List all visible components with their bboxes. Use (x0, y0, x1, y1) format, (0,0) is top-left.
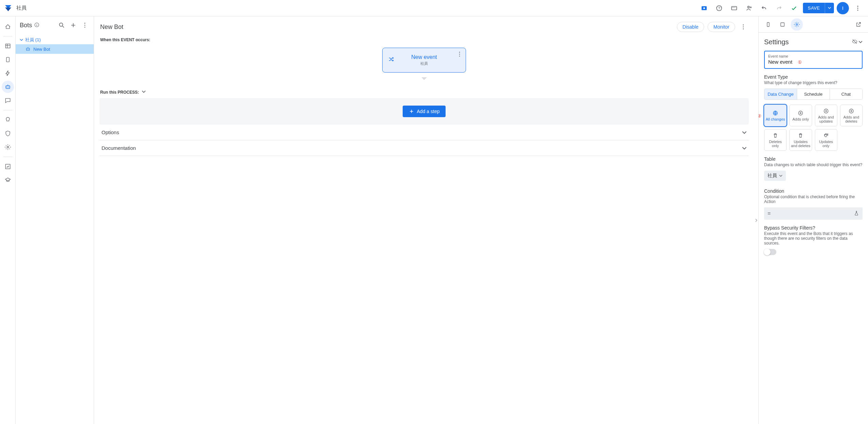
monitor-button[interactable]: Monitor (708, 22, 735, 32)
rail-data-icon[interactable] (2, 40, 14, 52)
seg-data-change[interactable]: Data Change (764, 89, 797, 99)
change-updates-only[interactable]: Updates only (815, 129, 837, 151)
event-card[interactable]: New event 社員 (382, 48, 466, 73)
svg-rect-35 (767, 22, 769, 27)
svg-point-31 (743, 29, 744, 30)
svg-point-30 (743, 27, 744, 28)
event-type-heading: Event Type (764, 74, 863, 80)
table-heading: Table (764, 156, 863, 162)
condition-input[interactable]: = (764, 207, 863, 220)
preview-icon[interactable] (698, 2, 710, 14)
chevron-down-icon (742, 146, 747, 151)
rail-views-icon[interactable] (2, 53, 14, 66)
svg-point-9 (857, 5, 858, 6)
tree-group-label: 社員 (1) (25, 37, 41, 43)
save-button[interactable]: SAVE (803, 3, 825, 13)
table-desc: Data changes to which table should trigg… (764, 162, 863, 167)
search-icon[interactable] (57, 20, 66, 30)
svg-point-34 (459, 56, 460, 57)
change-all-changes[interactable]: All changes (764, 105, 787, 126)
tree-item-label: New Bot (33, 47, 50, 52)
sidebar-more-icon[interactable] (80, 20, 90, 30)
svg-point-23 (84, 23, 86, 24)
change-opt-label: Updates and deletes (790, 140, 811, 148)
svg-point-25 (84, 27, 86, 28)
flask-icon[interactable] (854, 210, 859, 217)
save-button-group: SAVE (803, 3, 834, 13)
chevron-down-icon (742, 130, 747, 135)
add-user-icon[interactable] (743, 2, 755, 14)
add-step-button[interactable]: Add a step (403, 106, 446, 117)
rail-learn-icon[interactable] (2, 174, 14, 186)
svg-point-28 (28, 49, 29, 50)
rail-intelligence-icon[interactable] (2, 114, 14, 126)
preview-phone-icon[interactable] (762, 18, 774, 31)
visibility-off-icon[interactable] (852, 38, 858, 46)
tree-item-new-bot[interactable]: New Bot (16, 44, 94, 54)
seg-chat[interactable]: Chat (830, 89, 862, 99)
rail-security-icon[interactable] (2, 127, 14, 140)
refresh-icon (823, 132, 829, 139)
topbar-actions: ? SAVE I (698, 2, 864, 14)
rail-home-icon[interactable] (2, 20, 14, 33)
help-icon[interactable]: ? (713, 2, 725, 14)
keyboard-icon[interactable] (728, 2, 740, 14)
event-card-more-icon[interactable] (455, 50, 464, 58)
save-dropdown-button[interactable] (825, 3, 834, 13)
seg-schedule[interactable]: Schedule (797, 89, 830, 99)
avatar[interactable]: I (837, 2, 849, 14)
info-icon[interactable] (34, 22, 40, 29)
documentation-row[interactable]: Documentation (99, 140, 749, 156)
rail-chat-icon[interactable] (2, 94, 14, 107)
bypass-desc: Execute this event and the Bots that it … (764, 231, 863, 246)
bypass-toggle[interactable] (764, 249, 776, 255)
change-updates-deletes[interactable]: Updates and deletes (789, 129, 812, 151)
table-select[interactable]: 社員 (764, 171, 786, 181)
svg-point-37 (796, 23, 798, 25)
svg-rect-26 (26, 48, 29, 50)
svg-point-1 (703, 7, 705, 9)
chevron-down-icon[interactable] (858, 40, 863, 45)
change-opt-label: Adds and deletes (841, 115, 862, 123)
appsheet-logo (4, 4, 12, 12)
change-deletes-only[interactable]: Deletes only (764, 129, 787, 151)
rail-manage-icon[interactable] (2, 160, 14, 173)
rail-automation-icon[interactable] (2, 81, 14, 93)
robot-icon (25, 46, 31, 52)
more-vert-icon[interactable] (852, 2, 864, 14)
change-adds-updates[interactable]: Adds and updates (815, 105, 837, 126)
table-value: 社員 (768, 173, 777, 179)
svg-rect-4 (732, 6, 737, 10)
trash-icon (797, 132, 804, 139)
change-opt-label: Updates only (816, 140, 836, 148)
svg-point-27 (27, 49, 28, 50)
tree-group[interactable]: 社員 (1) (16, 35, 94, 44)
undo-icon[interactable] (758, 2, 770, 14)
disable-button[interactable]: Disable (677, 22, 704, 32)
process-dropdown-icon[interactable] (142, 90, 146, 95)
preview-tablet-icon[interactable] (776, 18, 789, 31)
settings-gear-icon[interactable] (791, 18, 803, 31)
canvas-more-icon[interactable] (739, 22, 748, 32)
svg-point-22 (59, 23, 63, 26)
svg-point-11 (857, 10, 858, 11)
bots-sidebar: Bots 社員 (1) New Bot (16, 16, 94, 424)
add-step-area: Add a step (99, 98, 749, 125)
topbar: 社員 ? SAVE I (0, 0, 868, 16)
annotation-1: ① (798, 60, 802, 65)
rail-actions-icon[interactable] (2, 67, 14, 79)
event-type-desc: What type of change triggers this event? (764, 80, 863, 85)
options-row[interactable]: Options (99, 125, 749, 140)
event-name-field[interactable]: Event name New event ① (764, 51, 863, 69)
globe-icon (772, 110, 778, 116)
panel-collapse-handle[interactable] (754, 16, 758, 424)
annotation-2: ② (758, 113, 761, 119)
change-adds-deletes[interactable]: Adds and deletes (840, 105, 863, 126)
add-icon[interactable] (68, 20, 78, 30)
open-external-icon[interactable] (852, 18, 865, 31)
check-icon[interactable] (788, 2, 800, 14)
change-adds-only[interactable]: Adds only (789, 105, 812, 126)
svg-point-15 (6, 87, 7, 88)
redo-icon[interactable] (773, 2, 785, 14)
rail-settings-icon[interactable] (2, 141, 14, 153)
